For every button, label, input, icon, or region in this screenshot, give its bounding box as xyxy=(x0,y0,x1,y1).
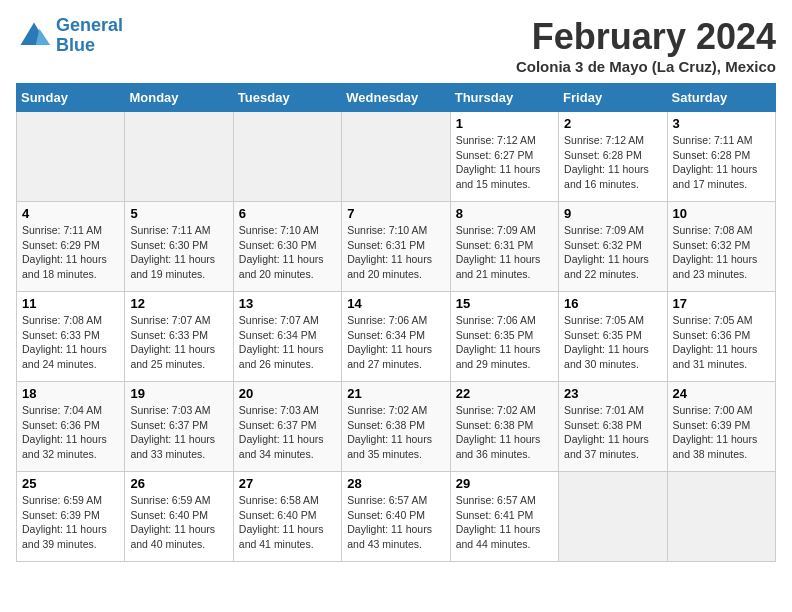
day-number: 14 xyxy=(347,296,444,311)
calendar-week-row: 4Sunrise: 7:11 AMSunset: 6:29 PMDaylight… xyxy=(17,202,776,292)
day-info: Sunrise: 7:06 AMSunset: 6:35 PMDaylight:… xyxy=(456,313,553,372)
title-block: February 2024 Colonia 3 de Mayo (La Cruz… xyxy=(516,16,776,75)
logo-icon xyxy=(16,18,52,54)
day-info: Sunrise: 6:57 AMSunset: 6:40 PMDaylight:… xyxy=(347,493,444,552)
calendar-day-cell: 10Sunrise: 7:08 AMSunset: 6:32 PMDayligh… xyxy=(667,202,775,292)
calendar-table: SundayMondayTuesdayWednesdayThursdayFrid… xyxy=(16,83,776,562)
day-number: 6 xyxy=(239,206,336,221)
calendar-day-cell xyxy=(667,472,775,562)
weekday-header-sunday: Sunday xyxy=(17,84,125,112)
calendar-day-cell: 1Sunrise: 7:12 AMSunset: 6:27 PMDaylight… xyxy=(450,112,558,202)
weekday-header-row: SundayMondayTuesdayWednesdayThursdayFrid… xyxy=(17,84,776,112)
calendar-day-cell xyxy=(233,112,341,202)
day-info: Sunrise: 7:03 AMSunset: 6:37 PMDaylight:… xyxy=(130,403,227,462)
day-info: Sunrise: 7:09 AMSunset: 6:31 PMDaylight:… xyxy=(456,223,553,282)
calendar-day-cell: 25Sunrise: 6:59 AMSunset: 6:39 PMDayligh… xyxy=(17,472,125,562)
day-number: 11 xyxy=(22,296,119,311)
day-info: Sunrise: 6:59 AMSunset: 6:39 PMDaylight:… xyxy=(22,493,119,552)
day-info: Sunrise: 7:10 AMSunset: 6:30 PMDaylight:… xyxy=(239,223,336,282)
calendar-week-row: 18Sunrise: 7:04 AMSunset: 6:36 PMDayligh… xyxy=(17,382,776,472)
calendar-day-cell xyxy=(559,472,667,562)
day-info: Sunrise: 7:11 AMSunset: 6:29 PMDaylight:… xyxy=(22,223,119,282)
calendar-day-cell xyxy=(125,112,233,202)
weekday-header-monday: Monday xyxy=(125,84,233,112)
day-number: 18 xyxy=(22,386,119,401)
day-number: 21 xyxy=(347,386,444,401)
day-info: Sunrise: 7:08 AMSunset: 6:32 PMDaylight:… xyxy=(673,223,770,282)
weekday-header-tuesday: Tuesday xyxy=(233,84,341,112)
day-number: 24 xyxy=(673,386,770,401)
calendar-day-cell: 2Sunrise: 7:12 AMSunset: 6:28 PMDaylight… xyxy=(559,112,667,202)
day-info: Sunrise: 7:05 AMSunset: 6:35 PMDaylight:… xyxy=(564,313,661,372)
day-number: 23 xyxy=(564,386,661,401)
calendar-day-cell: 5Sunrise: 7:11 AMSunset: 6:30 PMDaylight… xyxy=(125,202,233,292)
calendar-day-cell xyxy=(17,112,125,202)
calendar-day-cell: 11Sunrise: 7:08 AMSunset: 6:33 PMDayligh… xyxy=(17,292,125,382)
calendar-week-row: 25Sunrise: 6:59 AMSunset: 6:39 PMDayligh… xyxy=(17,472,776,562)
day-info: Sunrise: 6:57 AMSunset: 6:41 PMDaylight:… xyxy=(456,493,553,552)
day-info: Sunrise: 7:11 AMSunset: 6:30 PMDaylight:… xyxy=(130,223,227,282)
day-number: 1 xyxy=(456,116,553,131)
weekday-header-saturday: Saturday xyxy=(667,84,775,112)
day-number: 9 xyxy=(564,206,661,221)
day-info: Sunrise: 7:10 AMSunset: 6:31 PMDaylight:… xyxy=(347,223,444,282)
calendar-day-cell: 22Sunrise: 7:02 AMSunset: 6:38 PMDayligh… xyxy=(450,382,558,472)
weekday-header-thursday: Thursday xyxy=(450,84,558,112)
calendar-day-cell: 28Sunrise: 6:57 AMSunset: 6:40 PMDayligh… xyxy=(342,472,450,562)
day-number: 5 xyxy=(130,206,227,221)
logo: General Blue xyxy=(16,16,123,56)
day-number: 26 xyxy=(130,476,227,491)
calendar-day-cell: 29Sunrise: 6:57 AMSunset: 6:41 PMDayligh… xyxy=(450,472,558,562)
calendar-day-cell: 18Sunrise: 7:04 AMSunset: 6:36 PMDayligh… xyxy=(17,382,125,472)
location-subtitle: Colonia 3 de Mayo (La Cruz), Mexico xyxy=(516,58,776,75)
calendar-day-cell: 14Sunrise: 7:06 AMSunset: 6:34 PMDayligh… xyxy=(342,292,450,382)
calendar-day-cell: 13Sunrise: 7:07 AMSunset: 6:34 PMDayligh… xyxy=(233,292,341,382)
day-info: Sunrise: 7:06 AMSunset: 6:34 PMDaylight:… xyxy=(347,313,444,372)
day-number: 29 xyxy=(456,476,553,491)
logo-text: General Blue xyxy=(56,16,123,56)
day-number: 28 xyxy=(347,476,444,491)
weekday-header-wednesday: Wednesday xyxy=(342,84,450,112)
calendar-day-cell: 7Sunrise: 7:10 AMSunset: 6:31 PMDaylight… xyxy=(342,202,450,292)
calendar-day-cell: 3Sunrise: 7:11 AMSunset: 6:28 PMDaylight… xyxy=(667,112,775,202)
day-number: 27 xyxy=(239,476,336,491)
calendar-day-cell: 16Sunrise: 7:05 AMSunset: 6:35 PMDayligh… xyxy=(559,292,667,382)
calendar-day-cell: 17Sunrise: 7:05 AMSunset: 6:36 PMDayligh… xyxy=(667,292,775,382)
calendar-day-cell: 19Sunrise: 7:03 AMSunset: 6:37 PMDayligh… xyxy=(125,382,233,472)
day-number: 4 xyxy=(22,206,119,221)
day-number: 16 xyxy=(564,296,661,311)
day-info: Sunrise: 7:09 AMSunset: 6:32 PMDaylight:… xyxy=(564,223,661,282)
day-info: Sunrise: 7:00 AMSunset: 6:39 PMDaylight:… xyxy=(673,403,770,462)
day-number: 13 xyxy=(239,296,336,311)
calendar-day-cell: 9Sunrise: 7:09 AMSunset: 6:32 PMDaylight… xyxy=(559,202,667,292)
day-number: 15 xyxy=(456,296,553,311)
month-title: February 2024 xyxy=(516,16,776,58)
day-info: Sunrise: 7:12 AMSunset: 6:27 PMDaylight:… xyxy=(456,133,553,192)
day-number: 25 xyxy=(22,476,119,491)
calendar-week-row: 1Sunrise: 7:12 AMSunset: 6:27 PMDaylight… xyxy=(17,112,776,202)
day-number: 10 xyxy=(673,206,770,221)
day-number: 19 xyxy=(130,386,227,401)
calendar-day-cell: 15Sunrise: 7:06 AMSunset: 6:35 PMDayligh… xyxy=(450,292,558,382)
day-number: 7 xyxy=(347,206,444,221)
day-info: Sunrise: 7:08 AMSunset: 6:33 PMDaylight:… xyxy=(22,313,119,372)
logo-line1: General xyxy=(56,15,123,35)
calendar-day-cell: 4Sunrise: 7:11 AMSunset: 6:29 PMDaylight… xyxy=(17,202,125,292)
day-info: Sunrise: 7:03 AMSunset: 6:37 PMDaylight:… xyxy=(239,403,336,462)
page-header: General Blue February 2024 Colonia 3 de … xyxy=(16,16,776,75)
logo-line2: Blue xyxy=(56,35,95,55)
calendar-day-cell xyxy=(342,112,450,202)
calendar-day-cell: 6Sunrise: 7:10 AMSunset: 6:30 PMDaylight… xyxy=(233,202,341,292)
day-info: Sunrise: 7:02 AMSunset: 6:38 PMDaylight:… xyxy=(347,403,444,462)
day-number: 12 xyxy=(130,296,227,311)
day-number: 17 xyxy=(673,296,770,311)
day-info: Sunrise: 7:07 AMSunset: 6:34 PMDaylight:… xyxy=(239,313,336,372)
day-number: 3 xyxy=(673,116,770,131)
calendar-week-row: 11Sunrise: 7:08 AMSunset: 6:33 PMDayligh… xyxy=(17,292,776,382)
calendar-day-cell: 26Sunrise: 6:59 AMSunset: 6:40 PMDayligh… xyxy=(125,472,233,562)
calendar-day-cell: 21Sunrise: 7:02 AMSunset: 6:38 PMDayligh… xyxy=(342,382,450,472)
day-info: Sunrise: 7:11 AMSunset: 6:28 PMDaylight:… xyxy=(673,133,770,192)
day-info: Sunrise: 7:05 AMSunset: 6:36 PMDaylight:… xyxy=(673,313,770,372)
day-number: 20 xyxy=(239,386,336,401)
day-info: Sunrise: 6:58 AMSunset: 6:40 PMDaylight:… xyxy=(239,493,336,552)
